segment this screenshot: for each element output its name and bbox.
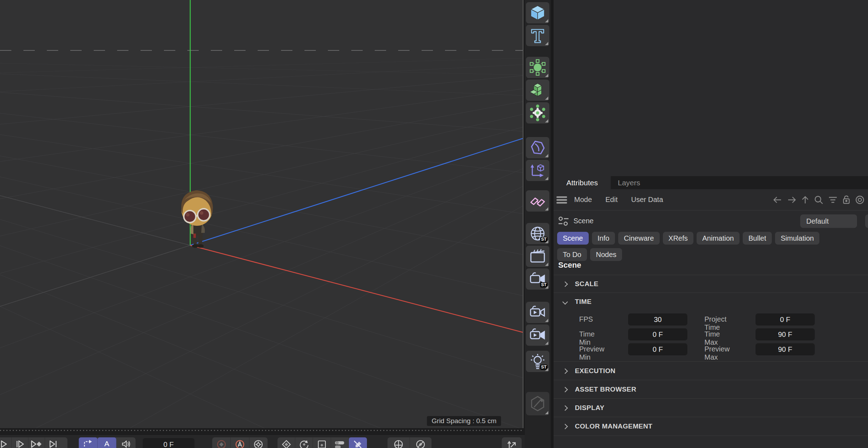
- goto-end-icon[interactable]: [45, 437, 61, 448]
- clapperboard-icon[interactable]: [526, 246, 549, 267]
- preview-max-field[interactable]: 90 F: [756, 343, 815, 355]
- project-time-field[interactable]: 0 F: [756, 313, 815, 326]
- position-key-icon[interactable]: [278, 437, 295, 448]
- obj-tab-bullet[interactable]: Bullet: [743, 232, 772, 245]
- resize-arrows-icon[interactable]: [502, 437, 522, 448]
- section-time[interactable]: TIME: [554, 293, 868, 311]
- play-keyframe-icon[interactable]: [28, 437, 45, 448]
- preset-default-button[interactable]: Default: [800, 214, 857, 228]
- chevron-right-icon: [562, 368, 568, 374]
- attributes-panel: Attributes Layers Mode Edit User Data: [554, 0, 868, 448]
- back-arrow-icon[interactable]: [773, 196, 782, 204]
- obj-tab-scene[interactable]: Scene: [557, 232, 589, 245]
- viewport-bottom-dotted-border: [0, 430, 523, 431]
- playback-options-group: A: [79, 437, 136, 448]
- keying-settings-icon[interactable]: [249, 437, 268, 448]
- obj-tab-nodes[interactable]: Nodes: [590, 248, 622, 261]
- record-keyframe-icon[interactable]: [212, 437, 231, 448]
- axis-z-blue: [190, 138, 523, 245]
- object-row: Scene Default: [554, 210, 868, 232]
- time-min-field[interactable]: 0 F: [628, 328, 687, 340]
- preview-max-label: Preview Max: [704, 345, 730, 361]
- cinema4d-window: Grid Spacing : 0.5 cm A: [0, 0, 868, 448]
- pen-disabled-icon[interactable]: [349, 437, 367, 448]
- hamburger-menu-icon[interactable]: [556, 196, 568, 204]
- obj-tab-info[interactable]: Info: [592, 232, 615, 245]
- autokey-toggle[interactable]: A: [98, 437, 116, 448]
- mograph-icon[interactable]: [526, 190, 549, 212]
- scale-key-icon[interactable]: [313, 437, 331, 448]
- preset-more-button[interactable]: [865, 214, 868, 228]
- panel-menu-row: Mode Edit User Data: [554, 189, 868, 211]
- section-display[interactable]: DISPLAY: [554, 398, 868, 417]
- section-execution[interactable]: EXECUTION: [554, 361, 868, 380]
- camera-play-icon[interactable]: [526, 302, 549, 323]
- text-tool-icon[interactable]: [526, 25, 549, 46]
- obj-tab-cineware[interactable]: Cineware: [618, 232, 659, 245]
- resize-group: [502, 437, 522, 448]
- parameter-toggle-icon[interactable]: [331, 437, 349, 448]
- character-model[interactable]: [176, 186, 220, 248]
- section-color-management[interactable]: COLOR MANAGEMENT: [554, 417, 868, 436]
- menu-edit[interactable]: Edit: [605, 196, 617, 204]
- obj-tab-todo[interactable]: To Do: [557, 248, 587, 261]
- selection-object-icon[interactable]: [526, 57, 549, 78]
- rotation-key-icon[interactable]: [295, 437, 313, 448]
- panel-tab-bar: Attributes Layers: [554, 176, 868, 189]
- current-frame-field[interactable]: 0 F: [143, 438, 194, 448]
- tab-layers[interactable]: Layers: [605, 176, 653, 189]
- sound-icon[interactable]: [116, 437, 136, 448]
- project-time-label: Project Time: [704, 315, 726, 332]
- obj-tab-simulation[interactable]: Simulation: [775, 232, 819, 245]
- camera-st-icon[interactable]: ST: [526, 268, 549, 290]
- atom-array-icon[interactable]: [526, 102, 549, 124]
- time-max-field[interactable]: 90 F: [756, 328, 815, 340]
- viewport-3d[interactable]: Grid Spacing : 0.5 cm: [0, 0, 523, 428]
- chevron-down-icon: [562, 299, 568, 305]
- object-toolbar: ST ST ST: [525, 0, 554, 448]
- section-asset-browser[interactable]: ASSET BROWSER: [554, 380, 868, 399]
- transport-group: [0, 437, 67, 448]
- cube-primitive-icon[interactable]: [526, 2, 549, 23]
- axis-transform-icon[interactable]: [526, 160, 549, 181]
- preview-min-label: Preview Min: [579, 345, 604, 361]
- object-tabs-row-2: To Do Nodes: [557, 248, 622, 261]
- menu-mode[interactable]: Mode: [574, 196, 592, 204]
- chevron-right-icon: [562, 405, 568, 411]
- fps-label: FPS: [579, 315, 593, 323]
- search-icon[interactable]: [814, 195, 823, 204]
- section-scale[interactable]: SCALE: [554, 275, 868, 293]
- axis-x-red: [190, 245, 523, 332]
- character-figure: [176, 186, 220, 248]
- keying-group: [212, 437, 268, 448]
- animation-playbar: A 0 F: [0, 435, 525, 448]
- play-icon[interactable]: [0, 437, 12, 448]
- grid-spacing-label: Grid Spacing : 0.5 cm: [427, 416, 501, 426]
- voxel-cubes-icon[interactable]: [526, 80, 549, 101]
- fps-field[interactable]: 30: [628, 313, 687, 326]
- obj-tab-xrefs[interactable]: XRefs: [663, 232, 693, 245]
- globe-st-icon[interactable]: ST: [526, 223, 549, 244]
- preview-min-field[interactable]: 0 F: [628, 343, 687, 355]
- time-min-label: Time Min: [579, 330, 595, 346]
- scene-settings-icon: [558, 216, 570, 226]
- loop-icon[interactable]: [79, 437, 98, 448]
- key-filter-icon[interactable]: [410, 437, 432, 448]
- lock-icon[interactable]: [842, 195, 850, 204]
- time-max-label: Time Max: [704, 330, 720, 346]
- edit-material-icon-disabled[interactable]: [526, 392, 549, 415]
- record-target-icon[interactable]: [855, 195, 864, 204]
- filter-icon[interactable]: [828, 196, 837, 204]
- tab-attributes[interactable]: Attributes: [554, 176, 611, 189]
- chevron-right-icon: [562, 424, 568, 429]
- deformer-icon[interactable]: [526, 137, 549, 158]
- forward-arrow-icon[interactable]: [787, 196, 796, 204]
- obj-tab-animation[interactable]: Animation: [697, 232, 740, 245]
- up-arrow-icon[interactable]: [801, 196, 809, 204]
- menu-user-data[interactable]: User Data: [631, 196, 663, 204]
- autokey-ring-icon[interactable]: [231, 437, 249, 448]
- light-st-icon[interactable]: ST: [526, 351, 549, 372]
- camera-play-alt-icon[interactable]: [526, 324, 549, 346]
- play-frame-icon[interactable]: [12, 437, 28, 448]
- keyframe-selection-icon[interactable]: [388, 437, 410, 448]
